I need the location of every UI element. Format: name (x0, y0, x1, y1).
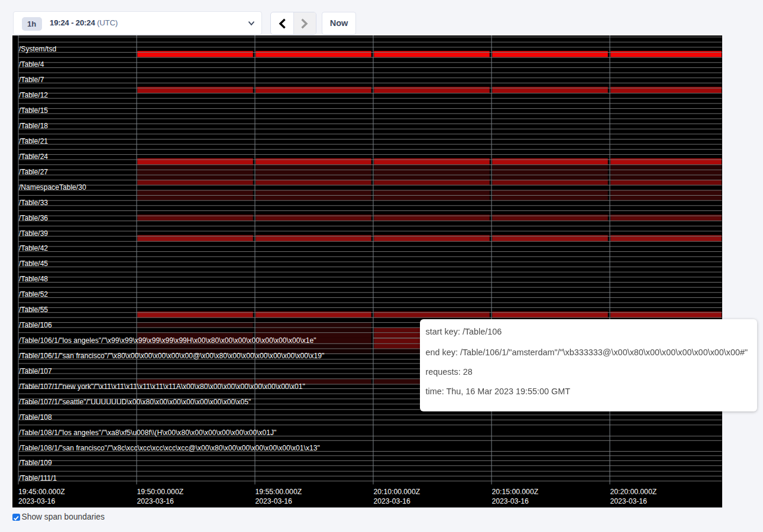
svg-text:2023-03-16: 2023-03-16 (492, 497, 529, 505)
svg-text:/Table/36: /Table/36 (19, 214, 48, 222)
svg-text:/Table/111/1: /Table/111/1 (19, 474, 57, 482)
svg-text:/Table/18: /Table/18 (19, 122, 48, 130)
svg-text:2023-03-16: 2023-03-16 (610, 497, 648, 505)
svg-text:/Table/106: /Table/106 (19, 321, 52, 329)
svg-text:2023-03-16: 2023-03-16 (374, 497, 411, 505)
svg-text:/Table/33: /Table/33 (19, 199, 48, 207)
svg-text:/Table/48: /Table/48 (19, 275, 48, 283)
svg-text:/NamespaceTable/30: /NamespaceTable/30 (19, 183, 86, 192)
svg-text:/Table/15: /Table/15 (19, 106, 48, 115)
svg-text:/Table/39: /Table/39 (19, 229, 48, 238)
svg-text:/System/tsd: /System/tsd (19, 45, 56, 53)
svg-text:2023-03-16: 2023-03-16 (137, 497, 174, 505)
svg-text:/Table/109: /Table/109 (19, 459, 52, 467)
svg-text:20:20:00.000Z: 20:20:00.000Z (610, 488, 657, 496)
svg-text:/Table/108/1/"los angeles"/"\x: /Table/108/1/"los angeles"/"\xa8\xf5\u00… (19, 429, 276, 437)
svg-text:/Table/21: /Table/21 (19, 137, 48, 145)
svg-text:/Table/106/1/"los angeles"/"\x: /Table/106/1/"los angeles"/"\x99\x99\x99… (19, 336, 316, 345)
svg-text:20:10:00.000Z: 20:10:00.000Z (374, 488, 421, 496)
svg-text:/Table/106/1/"san francisco"/": /Table/106/1/"san francisco"/"\x80\x00\x… (19, 352, 324, 360)
svg-text:/Table/24: /Table/24 (19, 153, 48, 161)
svg-text:/Table/42: /Table/42 (19, 244, 48, 252)
svg-text:/Table/107/1/"new york"/"\x11\: /Table/107/1/"new york"/"\x11\x11\x11\x1… (19, 382, 305, 391)
svg-text:/Table/107/1/"seattle"/"UUUUUU: /Table/107/1/"seattle"/"UUUUUUD\x00\x80\… (19, 398, 251, 406)
svg-text:/Table/4: /Table/4 (19, 60, 44, 69)
svg-text:2023-03-16: 2023-03-16 (18, 497, 56, 505)
svg-text:/Table/108/1/"san francisco"/": /Table/108/1/"san francisco"/"\x8c\xcc\x… (19, 444, 320, 452)
svg-text:/Table/52: /Table/52 (19, 290, 48, 299)
svg-text:2023-03-16: 2023-03-16 (256, 497, 293, 505)
svg-text:/Table/12: /Table/12 (19, 91, 48, 99)
svg-text:19:55:00.000Z: 19:55:00.000Z (256, 488, 302, 496)
svg-text:19:50:00.000Z: 19:50:00.000Z (137, 488, 184, 496)
svg-text:/Table/27: /Table/27 (19, 168, 48, 176)
svg-text:/Table/7: /Table/7 (19, 76, 44, 84)
svg-text:/Table/108: /Table/108 (19, 413, 52, 421)
svg-text:19:45:00.000Z: 19:45:00.000Z (18, 488, 65, 496)
svg-text:/Table/45: /Table/45 (19, 259, 48, 268)
svg-text:/Table/55: /Table/55 (19, 306, 48, 314)
svg-text:20:15:00.000Z: 20:15:00.000Z (492, 488, 539, 496)
svg-text:/Table/107: /Table/107 (19, 367, 52, 375)
